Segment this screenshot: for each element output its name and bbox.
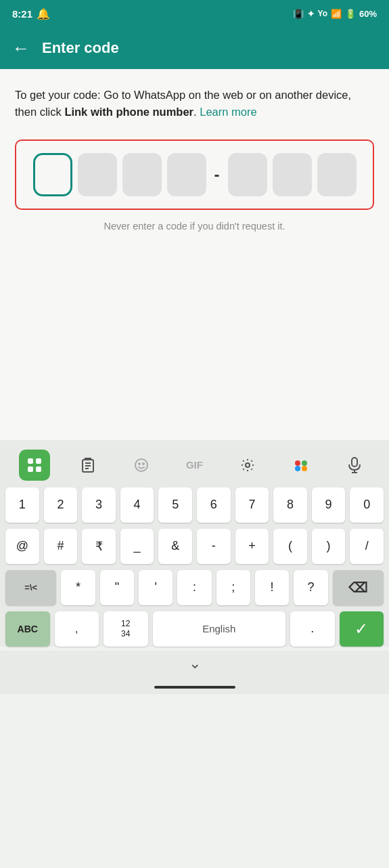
code-dash: - (214, 165, 220, 184)
digit-box-6[interactable] (273, 153, 312, 196)
bottom-handle (0, 680, 389, 694)
space-key[interactable]: English (153, 611, 286, 647)
key-question[interactable]: ? (294, 570, 327, 605)
key-at[interactable]: @ (5, 529, 39, 564)
key-8[interactable]: 8 (273, 487, 307, 523)
key-rupee[interactable]: ₹ (82, 529, 116, 564)
svg-point-13 (302, 460, 307, 466)
bottom-row: ABC , 1234 English . ✓ (3, 611, 386, 647)
content-area: To get your code: Go to WhatsApp on the … (0, 69, 389, 244)
status-time: 8:21 (12, 8, 32, 20)
digit-box-3[interactable] (122, 153, 162, 196)
period-key[interactable]: . (290, 611, 335, 647)
number-row: 1 2 3 4 5 6 7 8 9 0 (3, 487, 386, 523)
keyboard: GIF 1 2 3 4 5 6 7 8 9 0 @ # ₹ _ & - + ( … (0, 440, 389, 647)
key-minus[interactable]: - (197, 529, 231, 564)
key-open-paren[interactable]: ( (273, 529, 307, 564)
warning-text: Never enter a code if you didn't request… (15, 221, 374, 232)
mic-toolbar-button[interactable] (339, 450, 370, 481)
num-key[interactable]: 1234 (104, 611, 148, 647)
empty-space (0, 244, 389, 440)
svg-point-15 (302, 466, 307, 471)
svg-point-14 (295, 466, 300, 471)
key-hash[interactable]: # (44, 529, 78, 564)
settings-toolbar-button[interactable] (232, 450, 263, 481)
confirm-key[interactable]: ✓ (340, 611, 384, 647)
vibrate-icon: 📳 (293, 9, 304, 19)
key-4[interactable]: 4 (120, 487, 154, 523)
svg-point-10 (143, 463, 144, 464)
key-underscore[interactable]: _ (120, 529, 154, 564)
key-7[interactable]: 7 (235, 487, 269, 523)
svg-rect-3 (36, 466, 41, 472)
digit-box-7[interactable] (317, 153, 357, 196)
gif-toolbar-button[interactable]: GIF (179, 450, 210, 481)
clipboard-toolbar-button[interactable] (72, 450, 104, 481)
notification-icon: 🔔 (37, 7, 50, 20)
key-ampersand[interactable]: & (158, 529, 192, 564)
data-icon: Yo (318, 9, 327, 18)
key-semicolon[interactable]: ; (216, 570, 250, 605)
status-right: 📳 ✦ Yo 📶 🔋 60% (293, 9, 377, 19)
key-1[interactable]: 1 (5, 487, 39, 523)
description-bold: Link with phone number (64, 106, 193, 118)
key-doublequote[interactable]: " (100, 570, 134, 605)
key-plus[interactable]: + (235, 529, 269, 564)
theme-toolbar-button[interactable] (285, 450, 317, 481)
svg-rect-0 (28, 458, 33, 464)
svg-rect-1 (36, 458, 41, 464)
nav-chevron-down[interactable]: ⌄ (189, 655, 201, 672)
learn-more-link[interactable]: Learn more (200, 106, 256, 118)
key-close-paren[interactable]: ) (312, 529, 346, 564)
key-slash[interactable]: / (350, 529, 384, 564)
key-3[interactable]: 3 (82, 487, 116, 523)
svg-point-8 (135, 459, 147, 471)
status-bar: 8:21 🔔 📳 ✦ Yo 📶 🔋 60% (0, 0, 389, 27)
code-input-wrapper[interactable]: - (15, 139, 374, 210)
back-button[interactable]: ← (12, 39, 30, 57)
keyboard-toolbar: GIF (3, 446, 386, 487)
key-2[interactable]: 2 (44, 487, 78, 523)
description-text-after: . (193, 106, 200, 118)
bluetooth-icon: ✦ (307, 9, 315, 19)
battery-icon: 🔋 (345, 9, 356, 19)
top-bar: ← Enter code (0, 27, 389, 69)
symbol-row-1: @ # ₹ _ & - + ( ) / (3, 529, 386, 564)
key-colon[interactable]: : (177, 570, 211, 605)
emoji-toolbar-button[interactable] (126, 450, 157, 481)
apps-toolbar-button[interactable] (19, 450, 50, 481)
key-exclaim[interactable]: ! (255, 570, 289, 605)
backspace-key[interactable]: ⌫ (333, 570, 384, 605)
key-singlequote[interactable]: ' (139, 570, 173, 605)
status-left: 8:21 🔔 (12, 7, 50, 20)
symbol-row-2: =\< * " ' : ; ! ? ⌫ (3, 570, 386, 605)
key-6[interactable]: 6 (197, 487, 231, 523)
home-indicator (154, 686, 235, 689)
page-title: Enter code (42, 39, 119, 57)
nav-bar: ⌄ (0, 651, 389, 680)
key-9[interactable]: 9 (312, 487, 346, 523)
digit-box-1[interactable] (33, 153, 72, 196)
svg-point-12 (295, 460, 300, 466)
digit-box-4[interactable] (167, 153, 206, 196)
description-text: To get your code: Go to WhatsApp on the … (15, 87, 374, 121)
digit-box-5[interactable] (228, 153, 267, 196)
signal-icon: 📶 (331, 9, 342, 19)
svg-point-9 (139, 463, 140, 464)
comma-key[interactable]: , (55, 611, 99, 647)
abc-key[interactable]: ABC (5, 611, 50, 647)
battery-percent: 60% (359, 9, 377, 19)
key-0[interactable]: 0 (350, 487, 384, 523)
key-more-symbols[interactable]: =\< (5, 570, 56, 605)
digit-box-2[interactable] (78, 153, 117, 196)
key-asterisk[interactable]: * (61, 570, 95, 605)
svg-rect-16 (352, 458, 357, 466)
key-5[interactable]: 5 (158, 487, 192, 523)
svg-point-11 (246, 463, 250, 467)
code-digits: - (33, 153, 357, 196)
gif-label: GIF (186, 459, 203, 471)
svg-rect-2 (28, 466, 33, 472)
